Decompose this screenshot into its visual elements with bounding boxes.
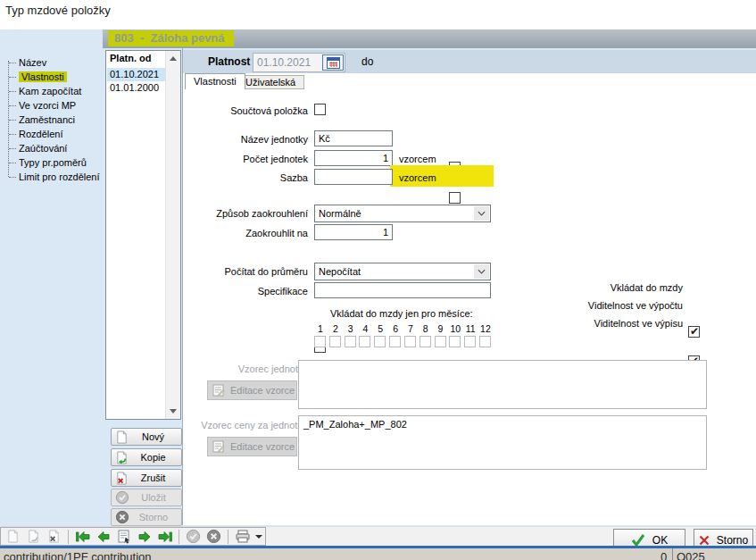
month-9: 9 <box>435 323 447 347</box>
version-row[interactable]: 01.01.2000 <box>107 81 168 95</box>
zpusob-zaokrouhleni-value: Normálně <box>319 208 361 219</box>
sidebar-item-label: Kam započítat <box>19 86 81 96</box>
vzorec-ceny-box[interactable]: _PM_Zaloha+_MP_802 <box>298 415 707 470</box>
scroll-up-icon[interactable] <box>170 56 177 61</box>
vzorec-jednotky-box[interactable] <box>298 360 707 409</box>
sidebar-item-label: Limit pro rozdělení <box>19 171 100 182</box>
record-title-highlight: 803 - Záloha pevná <box>108 30 234 46</box>
storno-action-button: Storno <box>111 508 182 526</box>
editace-vzorce-ceny-button[interactable]: Editace vzorce <box>207 437 297 456</box>
new-document-icon <box>115 430 129 444</box>
tab-vlastnosti[interactable]: Vlastnosti <box>185 73 245 89</box>
ulozit-button: Uložit <box>111 489 182 506</box>
editace-vzorce-jednotky-button[interactable]: Editace vzorce <box>207 380 297 400</box>
print-dropdown-arrow[interactable] <box>255 535 262 539</box>
first-record-icon[interactable] <box>73 528 92 546</box>
delete-icon <box>115 472 129 485</box>
form-view-icon[interactable] <box>114 528 133 546</box>
novy-button[interactable]: Nový <box>111 428 182 446</box>
sidebar-item-label: Rozdělení <box>19 129 63 139</box>
sidebar-item-kam-zapocitat[interactable]: Kam započítat <box>9 84 81 98</box>
sazba-input[interactable] <box>314 169 393 185</box>
last-record-icon[interactable] <box>155 528 174 546</box>
sazba-vzorcem-checkbox[interactable] <box>449 192 461 204</box>
next-record-icon[interactable] <box>135 528 154 546</box>
zrusit-button[interactable]: Zrušit <box>111 469 182 487</box>
copy-icon[interactable] <box>24 528 43 546</box>
vkladat-do-mzdy-checkbox[interactable] <box>688 326 700 338</box>
month-10-checkbox[interactable] <box>449 336 461 347</box>
background-cell-divider <box>672 548 673 560</box>
tree-stub <box>9 134 16 136</box>
month-7-checkbox[interactable] <box>404 336 416 347</box>
specifikace-input[interactable] <box>314 282 491 298</box>
sazba-vzorcem-label: vzorcem <box>399 172 436 183</box>
wage-item-type-window: Typ mzdové položky 803 - Záloha pevná Ná… <box>0 0 756 81</box>
previous-record-icon[interactable] <box>94 528 112 546</box>
edit-formula-icon <box>212 440 225 453</box>
dropdown-button[interactable] <box>474 206 489 221</box>
kopie-button[interactable]: Kopie <box>111 448 182 466</box>
month-5-checkbox[interactable] <box>374 336 386 347</box>
print-icon[interactable] <box>233 528 252 546</box>
month-1: 1 <box>314 323 327 347</box>
accept-icon[interactable] <box>184 528 203 546</box>
month-6-checkbox[interactable] <box>389 336 401 347</box>
month-5: 5 <box>374 323 386 347</box>
month-9-checkbox[interactable] <box>435 336 446 347</box>
edit-formula-label: Editace vzorce <box>230 385 295 396</box>
month-7: 7 <box>404 323 417 347</box>
delete-icon[interactable] <box>45 528 63 546</box>
month-2: 2 <box>329 323 342 347</box>
zaokrouhlit-na-label: Zaokrouhlit na <box>129 228 308 238</box>
version-row-selected[interactable]: 01.10.2021 <box>107 68 168 81</box>
pocitat-do-prumeru-dropdown[interactable]: Nepočítat <box>314 263 491 280</box>
month-11: 11 <box>464 323 477 347</box>
sidebar-item-vlastnosti[interactable]: Vlastnosti <box>9 70 67 84</box>
sidebar-item-nazev[interactable]: Název <box>9 55 46 70</box>
month-3-checkbox[interactable] <box>345 336 356 347</box>
save-check-icon <box>115 490 129 505</box>
version-list-header: Platn. od <box>106 51 169 65</box>
pocet-jednotek-input[interactable]: 1 <box>314 150 393 166</box>
zpusob-zaokrouhleni-dropdown[interactable]: Normálně <box>314 205 491 222</box>
toolbar-separator <box>68 530 69 544</box>
edit-formula-label: Editace vzorce <box>230 441 295 452</box>
nazev-jednotky-input[interactable]: Kč <box>314 130 393 146</box>
sidebar-item-zauctovani[interactable]: Zaúčtování <box>9 141 67 155</box>
sidebar-item-ve-vzorci-mp[interactable]: Ve vzorci MP <box>9 98 76 113</box>
month-1-checkbox[interactable] <box>314 336 326 347</box>
tree-stub <box>9 77 16 79</box>
scroll-down-icon[interactable] <box>170 409 177 414</box>
month-8-checkbox[interactable] <box>420 336 431 347</box>
souctova-polozka-checkbox[interactable] <box>314 104 326 115</box>
sidebar-item-rozdeleni[interactable]: Rozdělení <box>9 127 63 141</box>
month-11-checkbox[interactable] <box>464 336 476 347</box>
cancel-icon[interactable] <box>204 528 223 546</box>
calendar-button[interactable] <box>322 54 344 71</box>
tree-stub <box>9 163 16 164</box>
tree-stub <box>9 148 16 150</box>
tree-stub <box>9 91 16 93</box>
storno-action-label: Storno <box>129 512 178 522</box>
zaokrouhlit-na-input[interactable]: 1 <box>314 224 393 240</box>
vzorec-jednotky-label: Vzorec jednotky <box>129 364 308 374</box>
validity-to-label: do <box>361 55 373 68</box>
souctova-polozka-label: Součtová položka <box>129 105 308 116</box>
dropdown-button[interactable] <box>474 264 489 279</box>
month-12-checkbox[interactable] <box>479 336 491 347</box>
sidebar-item-zamestnanci[interactable]: Zaměstnanci <box>9 113 75 127</box>
month-3: 3 <box>345 323 357 347</box>
sidebar-item-typy-pr-pomeru[interactable]: Typy pr.poměrů <box>9 155 87 170</box>
month-6: 6 <box>389 323 402 347</box>
new-document-icon[interactable] <box>4 528 22 546</box>
month-4-checkbox[interactable] <box>359 336 370 347</box>
mesice-label: Vkládat do mzdy jen pro měsíce: <box>330 308 473 319</box>
storno-x-icon <box>699 535 710 546</box>
sidebar-item-limit-pro-rozdeleni[interactable]: Limit pro rozdělení <box>9 170 100 184</box>
tab-uzivatelska[interactable]: Uživatelská <box>237 75 304 89</box>
toolbar-icon-group <box>0 527 266 546</box>
month-2-checkbox[interactable] <box>329 336 341 347</box>
kopie-label: Kopie <box>129 452 178 463</box>
validity-from-date-field[interactable]: 01.10.2021 <box>253 53 345 72</box>
